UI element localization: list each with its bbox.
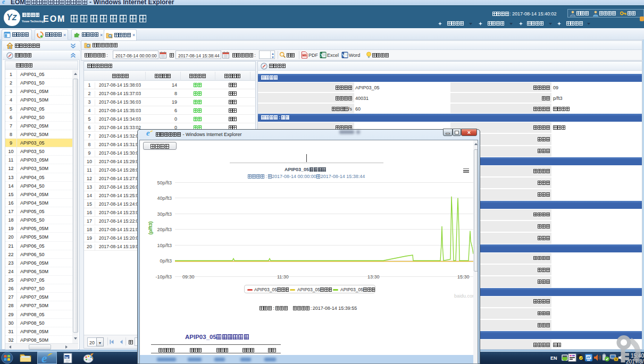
svg-text:PDF: PDF: [303, 54, 307, 56]
svg-text:W: W: [342, 53, 346, 58]
svg-text:W: W: [65, 355, 69, 360]
svg-text:X: X: [320, 53, 323, 58]
